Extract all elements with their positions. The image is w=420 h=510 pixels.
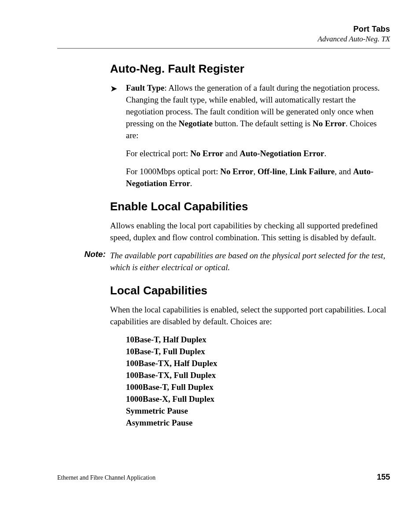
text: , — [285, 167, 290, 176]
off-line-label: Off-line — [258, 167, 285, 176]
no-error-label: No Error — [313, 119, 346, 128]
list-item: 100Base-TX, Full Duplex — [126, 369, 390, 381]
text: For electrical port: — [126, 149, 190, 158]
list-item: Symmetric Pause — [126, 405, 390, 417]
text: and — [223, 149, 239, 158]
note-label: Note: — [57, 249, 110, 259]
list-item: 1000Base-X, Full Duplex — [126, 393, 390, 405]
heading-enable-local-capabilities: Enable Local Capabilities — [110, 200, 390, 213]
link-failure-label: Link Failure — [290, 167, 335, 176]
page-footer: Ethernet and Fibre Channel Application 1… — [57, 473, 390, 482]
text: For 1000Mbps optical port: — [126, 167, 220, 176]
capabilities-list: 10Base-T, Half Duplex 10Base-T, Full Dup… — [126, 334, 390, 429]
negotiate-button-name: Negotiate — [179, 119, 213, 128]
list-item: 100Base-TX, Half Duplex — [126, 357, 390, 369]
electrical-port-choices: For electrical port: No Error and Auto-N… — [126, 147, 390, 159]
section-local-capabilities: Local Capabilities When the local capabi… — [110, 284, 390, 429]
no-error-label: No Error — [220, 167, 253, 176]
text: , and — [335, 167, 353, 176]
section-enable-local-capabilities: Enable Local Capabilities Allows enablin… — [110, 200, 390, 243]
page-number: 155 — [377, 473, 390, 482]
no-error-label: No Error — [190, 149, 223, 158]
footer-app-name: Ethernet and Fibre Channel Application — [57, 474, 155, 481]
local-capabilities-text: When the local capabilities is enabled, … — [110, 304, 390, 327]
header-rule — [57, 48, 390, 49]
note-text: The available port capabilities are base… — [110, 249, 390, 273]
enable-local-capabilities-text: Allows enabling the local port capabilit… — [110, 220, 390, 243]
section-auto-neg-fault: Auto-Neg. Fault Register ➤ Fault Type: A… — [110, 62, 390, 189]
page: Port Tabs Advanced Auto-Neg. TX Auto-Neg… — [0, 0, 420, 510]
arrow-icon: ➤ — [110, 82, 126, 141]
list-item: 10Base-T, Half Duplex — [126, 334, 390, 345]
section-title: Advanced Auto-Neg. TX — [57, 35, 390, 44]
bullet-text: Fault Type: Allows the generation of a f… — [126, 82, 390, 141]
heading-local-capabilities: Local Capabilities — [110, 284, 390, 297]
text: . — [324, 149, 326, 158]
optical-port-choices: For 1000Mbps optical port: No Error, Off… — [126, 165, 390, 189]
note-block: Note: The available port capabilities ar… — [57, 249, 390, 273]
heading-auto-neg-fault: Auto-Neg. Fault Register — [110, 62, 390, 76]
list-item: 10Base-T, Full Duplex — [126, 345, 390, 357]
text: . — [190, 179, 192, 188]
chapter-title: Port Tabs — [57, 25, 390, 34]
list-item: Asymmetric Pause — [126, 417, 390, 429]
running-head: Port Tabs Advanced Auto-Neg. TX — [57, 25, 390, 44]
auto-neg-error-label: Auto-Negotiation Error — [239, 149, 324, 158]
text: , — [253, 167, 258, 176]
text: button. The default setting is — [213, 119, 313, 128]
list-item: 1000Base-T, Full Duplex — [126, 381, 390, 393]
fault-type-label: Fault Type — [126, 83, 164, 92]
bullet-fault-type: ➤ Fault Type: Allows the generation of a… — [110, 82, 390, 141]
